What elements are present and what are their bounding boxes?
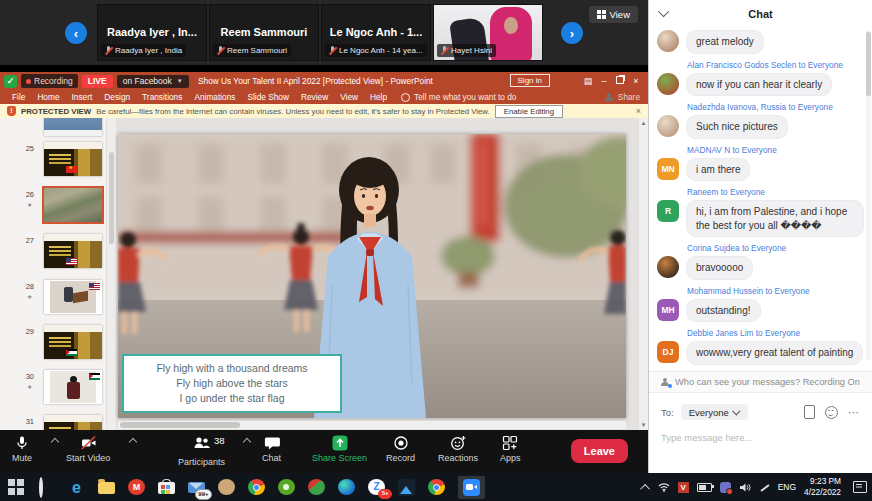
participants-button[interactable]: 38 Participants — [178, 435, 225, 467]
slide-thumbnail[interactable] — [44, 118, 102, 136]
mute-button[interactable]: Mute — [12, 435, 32, 463]
chat-scrollbar[interactable] — [866, 30, 871, 360]
mute-options-chevron[interactable] — [51, 438, 59, 446]
start-button[interactable] — [8, 478, 25, 496]
view-button[interactable]: View — [589, 6, 638, 23]
pen-tray-icon[interactable] — [759, 482, 770, 493]
stream-shield-icon: ✓ — [4, 75, 17, 88]
close-button[interactable]: × — [628, 72, 644, 90]
ribbon-tab-transitions[interactable]: Transitions — [136, 92, 188, 102]
chevron-down-icon — [732, 407, 740, 415]
parrot-app-icon[interactable] — [308, 479, 325, 495]
volume-icon[interactable] — [739, 482, 751, 493]
message-input[interactable]: Type message here... — [661, 432, 860, 443]
horizontal-scrollbar[interactable] — [118, 421, 626, 429]
gmail-icon[interactable]: M — [128, 479, 145, 495]
ribbon-options-button[interactable]: ▤ — [580, 72, 596, 90]
emoji-icon[interactable] — [825, 406, 838, 419]
thumbnail-scrollbar[interactable] — [106, 118, 116, 430]
participants-options-chevron[interactable] — [243, 438, 251, 446]
facebook-stream-selector[interactable]: on Facebook▼ — [117, 75, 189, 88]
slide-number: 29 — [14, 327, 34, 336]
wifi-icon[interactable] — [658, 482, 670, 492]
meeting-toolbar: Mute Start Video 38 Participants Chat Sh… — [0, 430, 648, 473]
language-indicator[interactable]: ENG — [778, 482, 796, 492]
edge-legacy-icon[interactable]: e — [68, 479, 85, 496]
photos-app-icon[interactable] — [398, 479, 415, 496]
chat-button[interactable]: Chat — [262, 435, 281, 463]
collapse-chat-icon[interactable] — [658, 6, 669, 17]
ribbon-tab-design[interactable]: Design — [98, 92, 136, 102]
share-screen-button[interactable]: Share Screen — [312, 435, 367, 463]
slide-thumbnail[interactable] — [44, 142, 102, 176]
ribbon-tab-view[interactable]: View — [334, 92, 364, 102]
next-participants-button[interactable]: › — [561, 22, 583, 44]
share-button[interactable]: Share — [605, 92, 640, 102]
v-live-tray-icon[interactable]: V — [678, 482, 689, 493]
restore-button[interactable] — [612, 72, 628, 90]
tell-me-box[interactable]: Tell me what you want to do — [401, 92, 516, 102]
vertical-scrollbar[interactable]: ▲▼ — [638, 118, 648, 430]
ribbon-tab-insert[interactable]: Insert — [66, 92, 99, 102]
enable-editing-button[interactable]: Enable Editing — [495, 105, 563, 118]
start-video-button[interactable]: Start Video — [66, 435, 110, 463]
file-explorer-icon[interactable] — [98, 479, 115, 496]
zoom-app-icon[interactable]: Z5+ — [368, 479, 385, 495]
video-options-chevron[interactable] — [129, 438, 137, 446]
chrome-icon[interactable] — [248, 479, 265, 495]
show-hidden-icons-chevron[interactable] — [640, 483, 650, 493]
participant-tile[interactable]: Reem Sammouri Reem Sammouri — [209, 4, 319, 61]
grid-view-icon — [597, 10, 606, 19]
record-button[interactable]: Record — [386, 435, 415, 463]
participant-label: Le Ngoc Anh - 14 yea... — [339, 46, 423, 55]
ribbon-tab-animations[interactable]: Animations — [188, 92, 241, 102]
slide-thumbnail[interactable] — [44, 415, 102, 430]
sign-in-button[interactable]: Sign in — [510, 74, 550, 87]
slide-thumbnail[interactable] — [44, 325, 102, 359]
slide-thumbnail[interactable] — [44, 370, 102, 404]
ribbon-tab-review[interactable]: Review — [295, 92, 334, 102]
edge-icon[interactable] — [338, 479, 355, 495]
attach-file-icon[interactable] — [804, 405, 815, 419]
battery-icon[interactable] — [697, 483, 712, 492]
mail-icon[interactable]: 99+ — [188, 479, 205, 496]
recording-notice[interactable]: Who can see your messages? Recording On — [649, 371, 872, 393]
steam-icon[interactable] — [218, 479, 235, 495]
apps-button[interactable]: Apps — [500, 435, 521, 463]
powerpoint-titlebar: ✓ Recording LIVE on Facebook▼ Show Us Yo… — [0, 72, 648, 90]
apps-icon — [502, 435, 518, 451]
previous-participants-button[interactable]: ‹ — [65, 22, 87, 44]
minimize-button[interactable]: – — [596, 72, 612, 90]
participant-tile[interactable]: Le Ngoc Anh - 1... Le Ngoc Anh - 14 yea.… — [321, 4, 431, 61]
cortana-icon[interactable] — [38, 479, 55, 496]
more-options-icon[interactable]: ⋯ — [848, 409, 860, 415]
view-label: View — [610, 9, 630, 20]
zoom-meeting-taskbar-item[interactable] — [458, 476, 485, 499]
recipient-dropdown[interactable]: Everyone — [681, 404, 748, 420]
ribbon-tab-home[interactable]: Home — [31, 92, 65, 102]
muted-mic-icon — [329, 46, 336, 55]
green-app-icon[interactable] — [278, 479, 295, 495]
participant-tile[interactable]: Raadya Iyer , In... Raadya Iyer , India — [97, 4, 207, 61]
slide-thumbnail[interactable] — [44, 280, 102, 314]
slide-thumbnail[interactable] — [44, 234, 102, 268]
ribbon-tab-slide-show[interactable]: Slide Show — [241, 92, 295, 102]
clock[interactable]: 9:23 PM 4/22/2022 — [804, 476, 841, 498]
action-center-icon[interactable] — [853, 481, 867, 493]
chrome-profile-icon[interactable] — [428, 479, 445, 495]
zoom-camera-icon — [463, 479, 480, 496]
participant-tile-video[interactable]: Hayet Hsini — [433, 4, 543, 61]
dismiss-protected-view-icon[interactable]: × — [636, 106, 641, 116]
participant-name: Raadya Iyer , In... — [98, 26, 206, 38]
live-badge: LIVE — [82, 75, 113, 88]
teams-tray-icon[interactable] — [720, 482, 731, 493]
slide-thumbnail[interactable] — [44, 188, 102, 222]
recording-dot-icon — [26, 79, 31, 84]
store-icon[interactable] — [158, 479, 175, 496]
reactions-button[interactable]: Reactions — [438, 435, 478, 463]
ribbon-tab-help[interactable]: Help — [364, 92, 393, 102]
current-slide[interactable]: Fly high with a thousand dreams Fly high… — [118, 134, 626, 418]
ribbon-tab-file[interactable]: File — [6, 92, 31, 102]
lyric-line: I go under the star flag — [127, 391, 337, 406]
leave-button[interactable]: Leave — [571, 439, 628, 463]
